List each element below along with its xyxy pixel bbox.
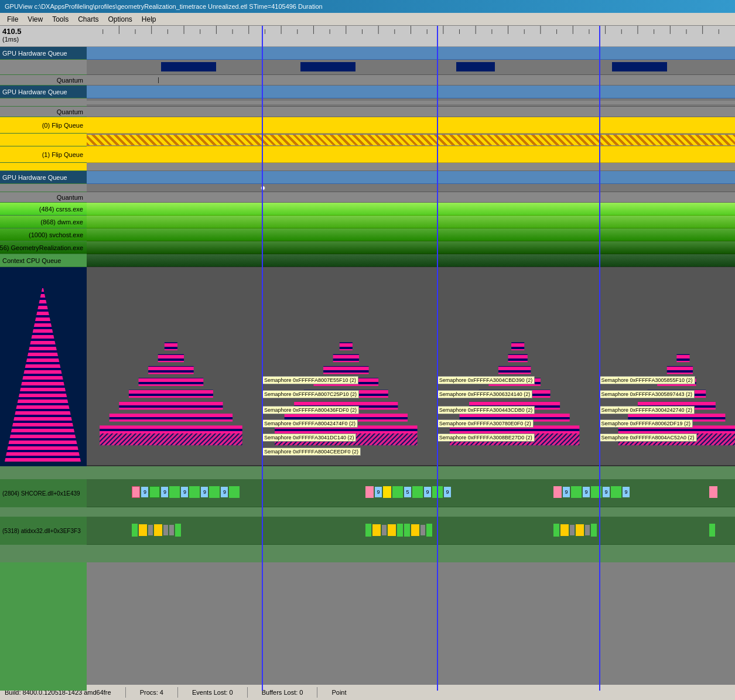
quantum-row-2	[87, 107, 735, 117]
label-track1	[0, 60, 87, 75]
svg-rect-51	[158, 354, 184, 363]
svg-rect-47	[119, 402, 223, 410]
sem-label-11: Semaphore 0xFFFFFА3008BE27D0 (2)	[437, 433, 535, 442]
dll1-block-green-2	[169, 486, 180, 498]
sem-label-5: Semaphore 0xFFFFFА3041DC140 (2)	[262, 433, 357, 442]
menu-file[interactable]: File	[2, 14, 23, 25]
empty-track-3	[87, 184, 735, 192]
dll1-g2-y	[383, 486, 391, 498]
menu-help[interactable]: Help	[137, 14, 161, 25]
status-sep-3	[247, 687, 248, 698]
dll1-block-green-3	[189, 486, 200, 498]
dll2-g3-g2	[591, 524, 597, 537]
menu-bar: File View Tools Charts Options Help	[0, 13, 735, 26]
svg-rect-53	[100, 433, 242, 445]
dll1-block-green-4	[209, 486, 220, 498]
ctx-pyramid-left	[5, 286, 81, 462]
svg-rect-48	[129, 390, 213, 398]
status-point: Point	[331, 689, 346, 696]
dll2-g1-y1	[139, 524, 147, 536]
dll2-g2-g1	[365, 524, 371, 537]
dwm-row	[87, 216, 735, 228]
menu-options[interactable]: Options	[104, 14, 137, 25]
dll2-g1-g1	[132, 524, 138, 537]
sem-label-2: Semaphore 0xFFFFFА8007C25P10 (2)	[262, 390, 359, 398]
dll2-g2-g2	[397, 524, 403, 537]
flip0-orange-bar	[87, 135, 735, 145]
spacer-3	[0, 545, 87, 562]
flip1-bar	[87, 163, 735, 171]
label-svchost: (1000) svchost.exe	[0, 228, 87, 241]
dll2-g1-y2	[154, 524, 162, 536]
blue-line-1	[262, 26, 263, 691]
svg-rect-68	[498, 366, 531, 374]
ruler-ticks	[87, 26, 735, 47]
svg-rect-60	[333, 354, 359, 363]
dll2-group-2	[365, 524, 432, 537]
label-dll2: (5318) atidxx32.dll+0x3EF3F3	[0, 517, 87, 545]
label-ctx: Context CPU Queue	[0, 254, 87, 267]
svg-rect-77	[667, 366, 693, 374]
dll1-block-green-1	[149, 486, 160, 498]
dll2-group-3	[553, 524, 597, 537]
dll2-g2-y3	[411, 524, 419, 536]
dll1-g3-n2: 9	[583, 487, 590, 497]
flip0-bar	[87, 134, 735, 146]
label-dll1: (2804) SHCORE.dll+0x1E439	[0, 479, 87, 507]
label-track3	[0, 184, 87, 192]
dll2-g2-g4	[426, 524, 432, 537]
dll1-g4-pink	[709, 486, 717, 498]
spacer-row-2	[87, 507, 735, 517]
title-bar: GPUView c:\DXAppsProfileling\profiles\ge…	[0, 0, 735, 13]
dll2-g2-y1	[372, 524, 381, 536]
left-panel: 410.5 (1ms) GPU Hardware Queue Quantum G…	[0, 26, 87, 691]
dll1-group-4	[709, 486, 717, 498]
label-flip0: (0) Flip Queue	[0, 117, 87, 134]
empty-track-2	[87, 98, 735, 107]
dll1-g3-g1	[571, 486, 582, 498]
dll1-g3-n4: 9	[623, 487, 630, 497]
sem-label-4: Semaphore 0xFFFFFА80042474F0 (2)	[262, 419, 358, 428]
tracks-container: 410.5 (1ms) GPU Hardware Queue Quantum G…	[0, 26, 735, 691]
ruler-row	[87, 26, 735, 47]
menu-view[interactable]: View	[23, 14, 47, 25]
dll1-g2-n3: 9	[424, 487, 431, 497]
gpu-view-window: GPUView c:\DXAppsProfileling\profiles\ge…	[0, 0, 735, 700]
navy-bar-2	[300, 62, 355, 71]
menu-charts[interactable]: Charts	[73, 14, 103, 25]
dll1-g2-g1	[392, 486, 403, 498]
dll1-g2-n2: 5	[404, 487, 411, 497]
navy-bar-1	[161, 62, 216, 71]
flip0-row	[87, 117, 735, 134]
dll2-g1-g2	[175, 524, 181, 537]
gpu-hw-row-3	[87, 171, 735, 184]
sem-label-16: Semaphore 0xFFFFFА3004242740 (2)	[599, 406, 695, 414]
dll2-g3-y2	[576, 524, 584, 536]
status-sep-1	[125, 687, 126, 698]
q-tick-1	[158, 77, 159, 83]
label-dwm: (868) dwm.exe	[0, 216, 87, 228]
svg-rect-49	[139, 378, 204, 386]
right-panel[interactable]: Semaphore 0xFFFFFА8007E55F10 (2) Semapho…	[87, 26, 735, 691]
label-flip0b	[0, 134, 87, 146]
label-flip1: (1) Flip Queue	[0, 146, 87, 163]
ctx-queue-header	[87, 254, 735, 267]
menu-tools[interactable]: Tools	[47, 14, 73, 25]
dll1-num-2: 9	[161, 487, 168, 497]
label-csrss: (484) csrss.exe	[0, 203, 87, 216]
dll1-g2-pink	[365, 486, 374, 498]
sem-label-17: Semaphore 0xFFFFFА80062DF19 (2)	[599, 419, 693, 428]
blue-line-3	[599, 26, 600, 691]
label-geom: (4056) GeometryRealization.exe	[0, 241, 87, 254]
dll2-g3-gr2	[585, 525, 590, 535]
dll2-g3-g1	[553, 524, 559, 537]
window-title: GPUView c:\DXAppsProfileling\profiles\ge…	[5, 3, 323, 10]
context-area: Semaphore 0xFFFFFА8007E55F10 (2) Semapho…	[87, 267, 735, 466]
spacer-row-3	[87, 545, 735, 562]
navy-track-1	[87, 60, 735, 75]
sem-label-15: Semaphore 0xFFFFFА3005897443 (2)	[599, 390, 695, 398]
statusbar: Build: 8400.0.120518-1423 amd64fre Procs…	[0, 684, 735, 700]
svchost-row	[87, 228, 735, 241]
dll1-num-3: 9	[181, 487, 188, 497]
blue-line-2	[437, 26, 438, 691]
